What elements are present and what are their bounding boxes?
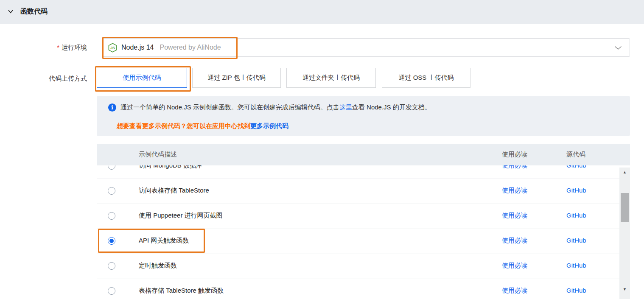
scroll-down-icon[interactable]: ▼ (619, 285, 630, 293)
radio-mongodb[interactable] (108, 165, 115, 170)
banner-line2: 想要查看更多示例代码？您可以在应用中心找到更多示例代码 (117, 122, 288, 130)
nodejs-icon: JS (108, 43, 117, 53)
radio-tablestore-trigger[interactable] (108, 287, 115, 295)
table-row-selected: API 网关触发函数 使用必读 GitHub (97, 229, 619, 254)
sample-table-body: 访问 MongoDB 数据库 使用必读 GitHub 访问表格存储 TableS… (97, 165, 619, 299)
header-readme: 使用必读 (502, 151, 527, 159)
tab-upload-folder[interactable]: 通过文件夹上传代码 (286, 68, 376, 88)
runtime-select[interactable]: JS Node.js 14 Powered by AliNode (102, 38, 630, 57)
required-asterisk: * (57, 44, 59, 51)
radio-timer-trigger[interactable] (108, 262, 115, 270)
header-description: 示例代码描述 (139, 151, 177, 159)
section-header: 函数代码 (0, 0, 644, 24)
table-scrollbar[interactable]: ▲ ▼ (619, 168, 630, 299)
radio-api-gateway-selected[interactable] (108, 237, 115, 245)
readme-link[interactable]: 使用必读 (502, 187, 527, 195)
banner-line1: i 通过一个简单的 Node.JS 示例创建函数。您可以在创建完成后编辑代码。点… (108, 103, 431, 112)
upload-method-label: 代码上传方式 (0, 75, 87, 83)
svg-text:JS: JS (110, 45, 115, 50)
info-circle-icon: i (108, 103, 116, 112)
section-title: 函数代码 (20, 7, 48, 16)
table-row: 定时触发函数 使用必读 GitHub (97, 254, 619, 279)
banner-here-link[interactable]: 这里 (339, 103, 352, 112)
banner-promo-text: 想要查看更多示例代码？您可以在应用中心找到 (117, 122, 250, 129)
readme-link[interactable]: 使用必读 (502, 237, 527, 245)
row-description: API 网关触发函数 (139, 237, 189, 245)
chevron-down-icon[interactable] (8, 9, 14, 14)
github-link[interactable]: GitHub (566, 287, 586, 294)
row-description: 使用 Puppeteer 进行网页截图 (139, 212, 223, 220)
radio-tablestore-access[interactable] (108, 187, 115, 195)
banner-text-2: 查看 Node.JS 的开发文档。 (352, 103, 431, 112)
row-description: 访问表格存储 TableStore (139, 187, 209, 195)
runtime-label-text: 运行环境 (62, 44, 87, 51)
readme-link[interactable]: 使用必读 (502, 165, 527, 170)
scrollbar-thumb[interactable] (621, 193, 629, 222)
tab-upload-oss[interactable]: 通过 OSS 上传代码 (382, 68, 470, 88)
github-link[interactable]: GitHub (566, 262, 586, 269)
table-row: 访问表格存储 TableStore 使用必读 GitHub (97, 179, 619, 204)
row-description: 访问 MongoDB 数据库 (139, 165, 202, 170)
readme-link[interactable]: 使用必读 (502, 262, 527, 270)
function-code-panel: 函数代码 *运行环境 JS Node.js 14 Powered by AliN… (0, 0, 644, 299)
table-row: 访问 MongoDB 数据库 使用必读 GitHub (97, 165, 619, 179)
tab-upload-zip[interactable]: 通过 ZIP 包上传代码 (192, 68, 281, 88)
runtime-label: *运行环境 (0, 44, 87, 52)
readme-link[interactable]: 使用必读 (502, 287, 527, 295)
github-link[interactable]: GitHub (566, 187, 586, 194)
more-samples-link[interactable]: 更多示例代码 (250, 122, 288, 129)
header-source: 源代码 (566, 151, 585, 159)
tab-use-sample-code[interactable]: 使用示例代码 (97, 68, 187, 88)
radio-puppeteer[interactable] (108, 212, 115, 220)
github-link[interactable]: GitHub (566, 212, 586, 219)
github-link[interactable]: GitHub (566, 165, 586, 169)
select-chevron-down-icon[interactable] (614, 46, 622, 50)
runtime-value: Node.js 14 (121, 44, 154, 51)
row-description: 表格存储 TableStore 触发函数 (139, 287, 224, 295)
row-description: 定时触发函数 (139, 262, 177, 270)
runtime-value-suffix: Powered by AliNode (160, 44, 221, 51)
sample-table-header: 示例代码描述 使用必读 源代码 (97, 144, 630, 165)
banner-text-1: 通过一个简单的 Node.JS 示例创建函数。您可以在创建完成后编辑代码。点击 (120, 103, 339, 112)
scroll-up-icon[interactable]: ▲ (619, 168, 630, 176)
table-row: 使用 Puppeteer 进行网页截图 使用必读 GitHub (97, 204, 619, 229)
info-banner: i 通过一个简单的 Node.JS 示例创建函数。您可以在创建完成后编辑代码。点… (97, 96, 630, 136)
table-row: 表格存储 TableStore 触发函数 使用必读 GitHub (97, 279, 619, 299)
readme-link[interactable]: 使用必读 (502, 212, 527, 220)
github-link[interactable]: GitHub (566, 237, 586, 244)
